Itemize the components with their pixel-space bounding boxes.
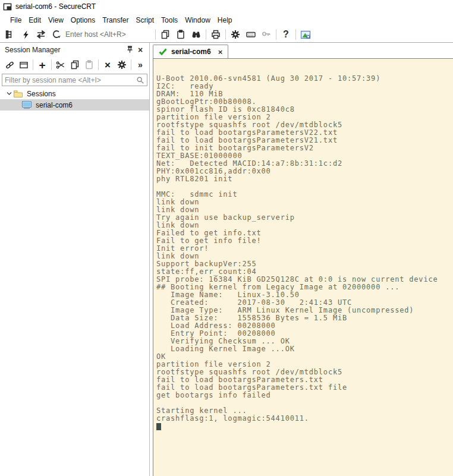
new-session-button[interactable]: +: [35, 58, 49, 71]
menu-options[interactable]: Options: [67, 14, 99, 26]
session-manager-button[interactable]: [2, 27, 18, 42]
cut-button[interactable]: [54, 58, 68, 71]
title-bar: serial-com6 - SecureCRT: [0, 0, 453, 13]
window-title: serial-com6 - SecureCRT: [15, 2, 96, 11]
toolbar-separator: [206, 29, 206, 40]
paste-icon: [176, 30, 185, 39]
gear-icon: [231, 30, 240, 39]
quick-connect-button[interactable]: [18, 27, 33, 42]
search-icon: [136, 76, 144, 84]
tab-label: serial-com6: [171, 48, 211, 56]
connected-check-icon: [159, 48, 167, 55]
disconnect-button[interactable]: [49, 27, 64, 42]
keyboard-icon: [246, 30, 256, 39]
session-manager-header: Session Manager ×: [0, 43, 149, 56]
gear-icon: [117, 60, 127, 70]
properties-key-button[interactable]: [259, 27, 274, 42]
terminal-output: U-Boot 2010.06-svn4581 (Aug 30 2017 - 10…: [156, 75, 452, 423]
paste-icon: [84, 60, 94, 70]
menu-bar: File Edit View Options Transfer Script T…: [0, 13, 453, 27]
session-properties-button[interactable]: [115, 58, 129, 71]
session-item-label: serial-com6: [36, 101, 73, 109]
disconnect-icon: [52, 30, 61, 39]
session-manager-panel: Session Manager ×: [0, 43, 150, 476]
session-item-serial-com6[interactable]: serial-com6: [0, 99, 149, 111]
pin-icon: [126, 46, 134, 53]
session-filter-input[interactable]: [2, 76, 136, 84]
copy-session-button[interactable]: [68, 58, 82, 71]
connect-button[interactable]: [2, 58, 17, 71]
pin-panel-button[interactable]: [124, 45, 135, 55]
menu-file[interactable]: File: [7, 14, 25, 26]
plus-icon: +: [39, 59, 45, 71]
menu-help[interactable]: Help: [214, 14, 236, 26]
folder-icon: [13, 89, 23, 98]
paste-button[interactable]: [173, 27, 188, 42]
copy-icon: [161, 30, 170, 39]
toolbar-separator: [33, 59, 33, 70]
chain-link-icon: [5, 61, 15, 70]
reconnect-button[interactable]: [33, 27, 49, 42]
binoculars-icon: [191, 30, 201, 39]
session-manager-icon: [5, 30, 15, 39]
session-manager-title: Session Manager: [5, 46, 124, 54]
keymap-editor-button[interactable]: [243, 27, 259, 42]
terminal-screen[interactable]: U-Boot 2010.06-svn4581 (Aug 30 2017 - 10…: [153, 58, 453, 476]
session-tree: Sessions serial-com6: [0, 88, 149, 476]
menu-tools[interactable]: Tools: [158, 14, 181, 26]
connect-in-tab-button[interactable]: [17, 58, 31, 71]
find-button[interactable]: [188, 27, 204, 42]
key-icon: [262, 30, 271, 39]
scissors-icon: [56, 61, 65, 70]
tab-close-icon[interactable]: ×: [218, 48, 223, 56]
paste-session-button[interactable]: [82, 58, 96, 71]
menu-script[interactable]: Script: [132, 14, 158, 26]
window-body: Session Manager ×: [0, 43, 453, 476]
lightning-icon: [21, 30, 30, 39]
copy-icon: [70, 60, 80, 70]
toolbar-separator: [225, 29, 226, 40]
tab-bar: serial-com6 ×: [153, 43, 453, 58]
help-button[interactable]: ?: [278, 27, 294, 42]
session-manager-toolbar: +: [0, 56, 149, 73]
menu-edit[interactable]: Edit: [25, 14, 45, 26]
app-window-icon: [3, 2, 12, 11]
window-tab-icon: [19, 61, 29, 70]
toolbar-separator: [155, 29, 156, 40]
chevron-more-icon: »: [138, 61, 143, 69]
session-options-button[interactable]: [228, 27, 243, 42]
terminal-cursor: [156, 423, 161, 430]
chevron-down-icon: [5, 92, 13, 96]
toolbar-separator: [295, 29, 296, 40]
menu-window[interactable]: Window: [181, 14, 214, 26]
more-options-button[interactable]: »: [133, 58, 147, 71]
reconnect-arrows-icon: [36, 30, 46, 39]
main-toolbar: ?: [0, 27, 453, 43]
tab-serial-com6[interactable]: serial-com6 ×: [153, 45, 228, 58]
toolbar-separator: [131, 59, 131, 70]
help-icon: ?: [283, 29, 289, 40]
session-filter-box: [2, 74, 147, 86]
terminal-session-icon: [21, 100, 32, 109]
tree-root-label: Sessions: [27, 90, 56, 98]
securefx-button[interactable]: [298, 27, 313, 42]
securefx-icon: [301, 30, 311, 39]
toolbar-separator: [98, 59, 99, 70]
print-button[interactable]: [208, 27, 224, 42]
terminal-pane: serial-com6 × U-Boot 2010.06-svn4581 (Au…: [150, 43, 453, 476]
menu-transfer[interactable]: Transfer: [99, 14, 132, 26]
copy-button[interactable]: [158, 27, 173, 42]
delete-icon: ×: [105, 60, 111, 70]
menu-view[interactable]: View: [45, 14, 67, 26]
close-icon: ×: [138, 46, 143, 54]
tree-root-sessions[interactable]: Sessions: [0, 88, 149, 99]
toolbar-separator: [276, 29, 276, 40]
toolbar-separator: [51, 59, 52, 70]
printer-icon: [211, 30, 221, 39]
close-panel-button[interactable]: ×: [135, 45, 146, 55]
delete-session-button[interactable]: ×: [100, 58, 115, 71]
host-input[interactable]: [65, 30, 153, 39]
